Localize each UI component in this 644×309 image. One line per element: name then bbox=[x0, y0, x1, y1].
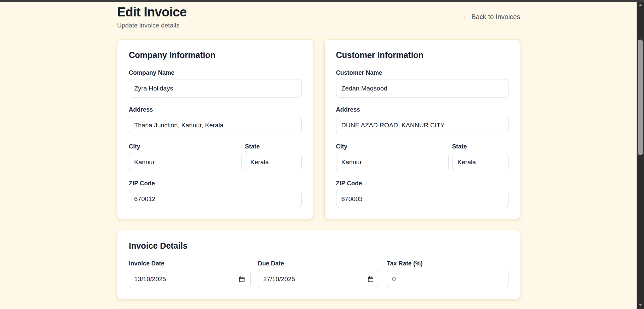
due-date-label: Due Date bbox=[258, 260, 380, 267]
customer-state-field: State bbox=[452, 143, 508, 171]
company-state-label: State bbox=[245, 143, 301, 150]
browser-top-strip bbox=[0, 0, 644, 2]
customer-name-input[interactable] bbox=[336, 79, 509, 98]
company-address-label: Address bbox=[129, 106, 302, 113]
company-name-input[interactable] bbox=[129, 79, 302, 98]
customer-state-input[interactable] bbox=[452, 153, 508, 171]
customer-information-card: Customer Information Customer Name Addre… bbox=[324, 39, 521, 219]
customer-card-heading: Customer Information bbox=[336, 50, 509, 60]
company-name-label: Company Name bbox=[129, 69, 302, 76]
tax-rate-input[interactable] bbox=[387, 270, 508, 288]
due-date-input[interactable] bbox=[258, 270, 380, 288]
back-to-invoices-link[interactable]: ← Back to Invoices bbox=[463, 13, 520, 21]
invoice-date-input[interactable] bbox=[129, 270, 251, 288]
company-card-heading: Company Information bbox=[129, 50, 302, 60]
invoice-fields-row: Invoice Date Due Date bbox=[129, 260, 508, 288]
company-zip-input[interactable] bbox=[129, 190, 302, 208]
due-date-field: Due Date bbox=[258, 260, 380, 288]
customer-zip-label: ZIP Code bbox=[336, 180, 509, 187]
customer-city-field: City bbox=[336, 143, 449, 171]
tax-rate-label: Tax Rate (%) bbox=[387, 260, 508, 267]
company-name-field: Company Name bbox=[129, 69, 302, 98]
scrollbar-thumb[interactable] bbox=[638, 40, 643, 155]
page-header: Edit Invoice Update invoice details ← Ba… bbox=[117, 2, 520, 29]
customer-zip-field: ZIP Code bbox=[336, 180, 509, 208]
customer-name-label: Customer Name bbox=[336, 69, 509, 76]
info-cards-row: Company Information Company Name Address… bbox=[117, 39, 520, 219]
customer-city-input[interactable] bbox=[336, 153, 449, 171]
tax-rate-field: Tax Rate (%) bbox=[387, 260, 508, 288]
company-city-label: City bbox=[129, 143, 241, 150]
customer-name-field: Customer Name bbox=[336, 69, 509, 98]
invoice-card-heading: Invoice Details bbox=[129, 241, 508, 251]
customer-address-input[interactable] bbox=[336, 116, 509, 134]
company-address-field: Address bbox=[129, 106, 302, 134]
customer-address-field: Address bbox=[336, 106, 509, 134]
customer-address-label: Address bbox=[336, 106, 509, 113]
company-state-field: State bbox=[245, 143, 301, 171]
page-subtitle: Update invoice details bbox=[117, 22, 520, 29]
invoice-date-label: Invoice Date bbox=[129, 260, 251, 267]
scroll-down-arrow-icon[interactable] bbox=[638, 304, 642, 306]
page-title: Edit Invoice bbox=[117, 5, 520, 19]
customer-city-state-row: City State bbox=[336, 143, 509, 171]
company-zip-label: ZIP Code bbox=[129, 180, 302, 187]
edit-invoice-page: Edit Invoice Update invoice details ← Ba… bbox=[117, 2, 520, 309]
customer-zip-input[interactable] bbox=[336, 190, 509, 208]
scroll-up-arrow-icon[interactable] bbox=[638, 4, 642, 6]
customer-city-label: City bbox=[336, 143, 449, 150]
company-city-field: City bbox=[129, 143, 241, 171]
company-address-input[interactable] bbox=[129, 116, 302, 134]
company-zip-field: ZIP Code bbox=[129, 180, 302, 208]
company-state-input[interactable] bbox=[245, 153, 301, 171]
vertical-scrollbar[interactable] bbox=[637, 0, 644, 309]
company-information-card: Company Information Company Name Address… bbox=[117, 39, 313, 219]
company-city-input[interactable] bbox=[129, 153, 241, 171]
invoice-date-wrapper bbox=[129, 270, 251, 288]
invoice-details-card: Invoice Details Invoice Date Due Date bbox=[117, 230, 520, 299]
customer-state-label: State bbox=[452, 143, 508, 150]
invoice-date-field: Invoice Date bbox=[129, 260, 251, 288]
company-city-state-row: City State bbox=[129, 143, 302, 171]
due-date-wrapper bbox=[258, 270, 380, 288]
